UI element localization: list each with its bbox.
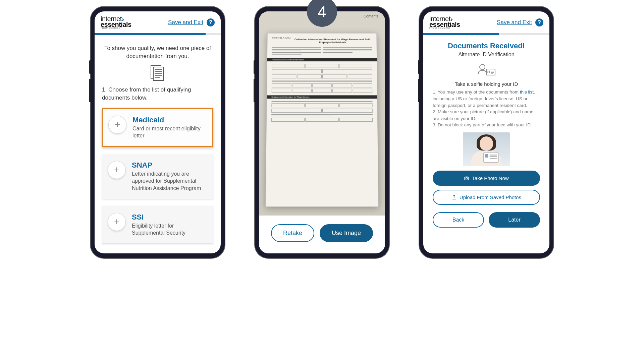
take-photo-button[interactable]: Take Photo Now (433, 171, 540, 186)
screen-camera-capture: Contents Form 433-A (OIC) Collection Inf… (259, 11, 385, 253)
section-header: Employment Information for Wage Earners (267, 95, 377, 99)
page-subtitle: Alternate ID Verification (433, 52, 540, 58)
phone-frame-2: 4 Contents Form 433-A (OIC) Collection I… (255, 7, 389, 258)
screen-qualifying-documents: internet ›› essentials FROM COMCAST Save… (95, 11, 221, 253)
screen-documents-received: internet ›› essentials FROM COMCAST Save… (423, 11, 549, 253)
lead-instruction: Take a selfie holding your ID (433, 81, 540, 87)
document-icon (102, 65, 213, 81)
retake-button[interactable]: Retake (271, 224, 314, 242)
svg-point-9 (488, 71, 490, 73)
instruction-list: 1. You may use any of the documents from… (433, 89, 540, 128)
page-title: Documents Received! (433, 42, 540, 50)
upload-icon (451, 194, 457, 200)
later-button[interactable]: Later (489, 212, 540, 228)
form-code: 433-A (OIC) (278, 37, 290, 39)
contents-label: Contents (364, 14, 378, 18)
camera-action-row: Retake Use Image (259, 216, 385, 253)
help-icon[interactable]: ? (207, 18, 215, 26)
app-header: internet ›› essentials FROM COMCAST Save… (423, 11, 549, 32)
person-id-icon (433, 63, 540, 78)
upload-photo-button[interactable]: Upload From Saved Photos (433, 190, 540, 205)
phone-side-button (418, 60, 419, 74)
use-image-button[interactable]: Use Image (320, 224, 373, 242)
phone-side-button (89, 79, 91, 102)
brand-logo: internet ›› essentials FROM COMCAST (429, 16, 460, 29)
phone-frame-3: internet ›› essentials FROM COMCAST Save… (419, 7, 553, 258)
add-icon[interactable]: + (108, 161, 126, 179)
this-list-link[interactable]: this list (520, 89, 534, 95)
camera-viewfinder: Contents Form 433-A (OIC) Collection Inf… (259, 11, 385, 216)
phone-side-button (418, 79, 419, 102)
document-option-medicaid[interactable]: + Medicaid Card or most recent eligiblit… (102, 108, 213, 147)
option-title: SSI (132, 213, 208, 222)
add-icon[interactable]: + (108, 116, 126, 134)
save-and-exit-link[interactable]: Save and Exit (497, 19, 532, 26)
captured-document: Form 433-A (OIC) Collection Information … (265, 33, 379, 207)
instruction-item-3: 3. Do not block any part of your face wi… (433, 122, 540, 128)
phone-frame-1: internet ›› essentials FROM COMCAST Save… (91, 7, 225, 258)
add-icon[interactable]: + (108, 213, 126, 231)
form-title: Collection Information Statement for Wag… (293, 38, 372, 44)
instruction-item-2: 2. Make sure your picture (if applicable… (433, 109, 540, 122)
help-icon[interactable]: ? (535, 18, 543, 26)
option-title: Medicaid (132, 116, 207, 124)
logo-line2: essentials (429, 22, 460, 27)
document-option-snap[interactable]: + SNAP Letter indicating you are approve… (102, 154, 213, 199)
option-title: SNAP (132, 161, 208, 170)
upload-photo-label: Upload From Saved Photos (460, 194, 521, 200)
take-photo-label: Take Photo Now (472, 175, 508, 181)
instruction-item-1: 1. You may use any of the documents from… (433, 89, 540, 109)
option-description: Card or most recent eligiblity letter (132, 125, 207, 139)
phone-side-button (254, 60, 255, 74)
logo-line2: essentials (101, 22, 131, 27)
phone-side-button (254, 79, 255, 102)
step-instruction: 1. Choose from the list of qualifying do… (102, 86, 213, 102)
document-option-ssi[interactable]: + SSI Eligibility letter for Supplementa… (102, 206, 213, 244)
option-description: Letter indicating you are approved for S… (132, 170, 208, 192)
app-header: internet ›› essentials FROM COMCAST Save… (95, 11, 221, 32)
phone-side-button (89, 60, 91, 74)
save-and-exit-link[interactable]: Save and Exit (168, 19, 203, 26)
option-description: Eligibility letter for Supplemental Secu… (132, 222, 208, 237)
selfie-example-image (433, 132, 540, 166)
section-header: Personal and Household Information (267, 58, 377, 61)
svg-point-7 (480, 64, 485, 70)
back-button[interactable]: Back (433, 212, 484, 228)
brand-logo: internet ›› essentials FROM COMCAST (101, 16, 131, 29)
svg-point-14 (466, 177, 468, 179)
intro-text: To show you qualify, we need one piece o… (102, 44, 213, 60)
camera-icon (464, 175, 469, 181)
